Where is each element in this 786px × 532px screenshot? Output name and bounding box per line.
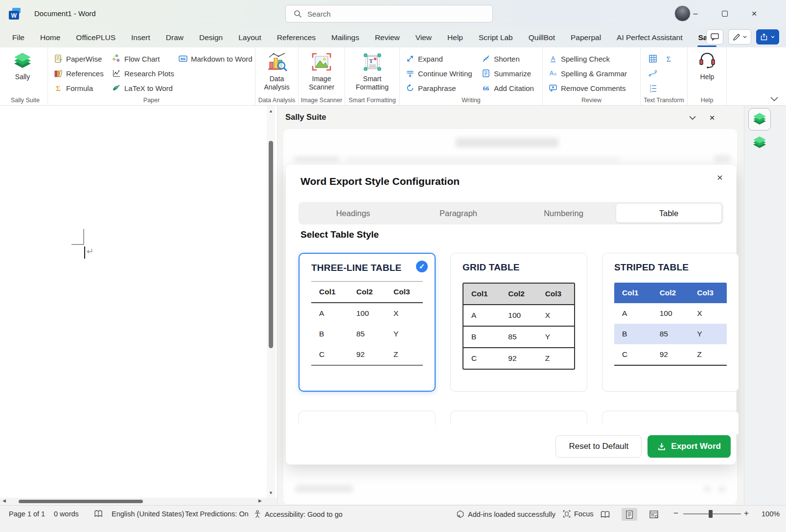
search-input[interactable] bbox=[307, 10, 469, 18]
menu-design[interactable]: Design bbox=[199, 31, 223, 44]
smart-formatting-button[interactable]: T Smart Formatting bbox=[347, 50, 397, 95]
read-mode-button[interactable] bbox=[597, 508, 613, 521]
maximize-icon bbox=[722, 11, 728, 17]
spelling-grammar-button[interactable]: A a Spelling & Grammar bbox=[545, 66, 638, 81]
tab-headings[interactable]: Headings bbox=[301, 204, 406, 222]
zoom-out-button[interactable]: − bbox=[673, 509, 678, 518]
word-logo-icon: W bbox=[8, 7, 22, 21]
collapse-ribbon-button[interactable] bbox=[770, 97, 778, 101]
summarize-button[interactable]: Summarize bbox=[478, 66, 540, 81]
paraphrase-button[interactable]: Paraphrase bbox=[402, 81, 478, 95]
print-layout-button[interactable] bbox=[622, 508, 637, 521]
vertical-scroll-thumb[interactable] bbox=[269, 141, 273, 348]
menu-draw[interactable]: Draw bbox=[165, 31, 184, 44]
add-citation-button[interactable]: 66 Add Citation bbox=[478, 81, 540, 95]
reset-to-default-button[interactable]: Reset to Default bbox=[555, 435, 642, 458]
col-header: Col1 bbox=[463, 284, 500, 304]
scroll-up-arrow[interactable]: ▲ bbox=[267, 109, 275, 113]
remove-comments-button[interactable]: Remove Comments bbox=[545, 81, 638, 95]
research-plots-button[interactable]: Research Plots bbox=[108, 66, 175, 81]
table-style-card-striped[interactable]: STRIPED TABLE Col1 Col2 Col3 A 100 X B 8 bbox=[602, 253, 739, 392]
menu-quillbot[interactable]: QuillBot bbox=[528, 31, 555, 44]
sigma-transform-icon[interactable]: Σ bbox=[664, 54, 673, 63]
minimize-button[interactable]: – bbox=[684, 0, 707, 27]
spelling-check-button[interactable]: A Spelling Check bbox=[545, 51, 638, 66]
numbered-list-icon[interactable]: 1 2 3 bbox=[648, 84, 657, 92]
menu-home[interactable]: Home bbox=[40, 31, 61, 44]
group-label-image-scanner: Image Scanner bbox=[299, 97, 345, 104]
svg-text:Σ: Σ bbox=[56, 85, 61, 92]
zoom-level[interactable]: 100% bbox=[762, 510, 780, 518]
menu-ai-perfect-assistant[interactable]: AI Perfect Assistant bbox=[616, 31, 683, 44]
sally-button[interactable]: Sally bbox=[5, 50, 40, 95]
paperwise-button[interactable]: PaperWise bbox=[50, 51, 108, 66]
page-indicator[interactable]: Page 1 of 1 bbox=[9, 510, 45, 518]
summarize-icon bbox=[482, 69, 490, 78]
table-cell: Y bbox=[689, 324, 727, 344]
horizontal-scroll-thumb[interactable] bbox=[19, 500, 143, 503]
table-style-card-three-line[interactable]: ✓ THREE-LINE TABLE Col1 Col2 Col3 A 100 … bbox=[299, 253, 436, 392]
focus-button[interactable]: Focus bbox=[563, 510, 594, 518]
accessibility-indicator[interactable]: Accessibility: Good to go bbox=[254, 510, 343, 518]
menu-script-lab[interactable]: Script Lab bbox=[478, 31, 513, 44]
sally-addin-active-button[interactable] bbox=[748, 108, 771, 131]
vertical-scrollbar[interactable]: ▲ ▼ bbox=[267, 106, 275, 498]
ribbon: Sally Sally Suite PaperWise bbox=[0, 47, 786, 106]
data-analysis-button[interactable]: Data Analysis bbox=[257, 50, 296, 95]
scroll-left-arrow[interactable]: ◀ bbox=[2, 498, 6, 503]
shorten-button[interactable]: Shorten bbox=[478, 51, 540, 66]
formula-button[interactable]: Σ Formula bbox=[50, 81, 108, 95]
web-layout-button[interactable] bbox=[646, 508, 662, 521]
flow-transform-icon[interactable] bbox=[648, 69, 657, 78]
menu-mailings[interactable]: Mailings bbox=[331, 31, 360, 44]
language-indicator[interactable]: English (United States) bbox=[112, 510, 184, 518]
formula-sigma-icon: Σ bbox=[54, 84, 63, 92]
menu-paperpal[interactable]: Paperpal bbox=[570, 31, 601, 44]
proofing-status-icon[interactable] bbox=[94, 510, 103, 518]
three-line-table-preview: Col1 Col2 Col3 A 100 X B 85 Y bbox=[311, 281, 423, 366]
panel-close-button[interactable]: × bbox=[706, 111, 718, 124]
tab-paragraph[interactable]: Paragraph bbox=[406, 204, 511, 222]
panel-collapse-button[interactable] bbox=[686, 111, 699, 124]
word-count[interactable]: 0 words bbox=[54, 510, 79, 518]
scroll-right-arrow[interactable]: ▶ bbox=[258, 498, 262, 503]
menu-references[interactable]: References bbox=[277, 31, 316, 44]
close-window-button[interactable]: × bbox=[743, 0, 765, 27]
continue-writing-button[interactable]: Continue Writing bbox=[402, 66, 478, 81]
export-word-button[interactable]: Export Word bbox=[647, 435, 731, 458]
tab-numbering[interactable]: Numbering bbox=[511, 204, 616, 222]
menu-insert[interactable]: Insert bbox=[131, 31, 151, 44]
dialog-close-button[interactable]: × bbox=[714, 172, 726, 184]
menu-help[interactable]: Help bbox=[447, 31, 463, 44]
tab-table[interactable]: Table bbox=[616, 204, 721, 222]
editing-mode-button[interactable] bbox=[728, 29, 751, 44]
menu-file[interactable]: File bbox=[12, 31, 25, 44]
document-canvas[interactable]: ↵ bbox=[0, 106, 277, 505]
menu-view[interactable]: View bbox=[415, 31, 432, 44]
comments-button[interactable] bbox=[706, 29, 723, 44]
table-style-card-grid[interactable]: GRID TABLE Col1 Col2 Col3 A 100 X B 85 bbox=[450, 253, 587, 392]
scroll-down-arrow[interactable]: ▼ bbox=[267, 490, 275, 495]
sally-addin-button[interactable] bbox=[752, 136, 767, 150]
flow-chart-button[interactable]: Flow Chart bbox=[108, 51, 175, 66]
menu-officeplus[interactable]: OfficePLUS bbox=[75, 31, 116, 44]
share-icon bbox=[761, 33, 768, 41]
markdown-to-word-button[interactable]: M Markdown to Word bbox=[175, 51, 253, 66]
menu-review[interactable]: Review bbox=[374, 31, 400, 44]
menu-layout[interactable]: Layout bbox=[238, 31, 262, 44]
horizontal-scrollbar[interactable]: ◀ ▶ bbox=[0, 498, 277, 505]
image-scanner-button[interactable]: Image Scanner bbox=[301, 50, 343, 95]
search-box[interactable] bbox=[285, 5, 493, 22]
references-button[interactable]: References bbox=[50, 66, 108, 81]
zoom-slider-thumb[interactable] bbox=[709, 510, 713, 518]
addins-status[interactable]: Add-ins loaded successfully bbox=[456, 510, 555, 518]
latex-to-word-button[interactable]: LaTeX to Word bbox=[108, 81, 175, 95]
expand-button[interactable]: Expand bbox=[402, 51, 478, 66]
zoom-in-button[interactable]: + bbox=[744, 509, 749, 518]
share-button[interactable] bbox=[756, 29, 779, 44]
help-button[interactable]: Help bbox=[690, 50, 725, 95]
table-transform-icon[interactable] bbox=[648, 54, 657, 63]
table-cell: Z bbox=[689, 344, 727, 365]
maximize-button[interactable] bbox=[714, 0, 736, 27]
text-predictions-indicator[interactable]: Text Predictions: On bbox=[185, 510, 249, 518]
